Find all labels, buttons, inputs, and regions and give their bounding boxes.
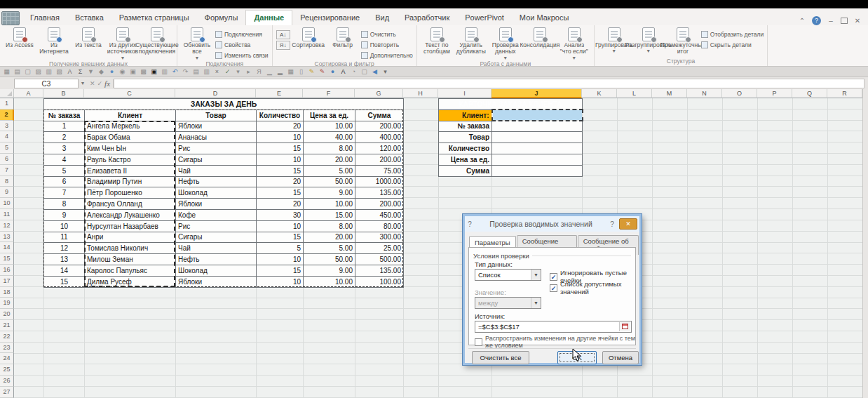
order-cell[interactable]: Рис: [176, 143, 257, 154]
order-cell[interactable]: 8.00: [304, 220, 355, 232]
column-header-D[interactable]: D: [175, 89, 256, 98]
order-cell[interactable]: 5.00: [304, 165, 355, 176]
order-cell[interactable]: Нефть: [176, 176, 257, 187]
checkbox-unchecked-icon[interactable]: [475, 338, 482, 346]
order-cell[interactable]: 3: [44, 143, 85, 154]
print-preview-icon[interactable]: ▥: [45, 67, 53, 77]
order-cell[interactable]: Шоколад: [176, 187, 257, 199]
sort-asc-icon[interactable]: А↓: [276, 30, 290, 39]
order-cell[interactable]: Ангела Меркель: [85, 121, 176, 132]
restore-button[interactable]: [841, 18, 848, 24]
help-icon[interactable]: ?: [812, 16, 821, 25]
ribbon-small-изменить-связи[interactable]: Изменить связи: [215, 51, 269, 60]
order-cell[interactable]: Чай: [176, 165, 257, 176]
row-header-8[interactable]: 8: [0, 176, 14, 187]
close-file-icon[interactable]: ▢: [24, 67, 32, 77]
column-header-R[interactable]: R: [827, 89, 862, 98]
pencil-yellow-icon[interactable]: ✎: [308, 67, 316, 77]
order-cell[interactable]: 10: [44, 220, 85, 232]
column-header-M[interactable]: M: [652, 89, 687, 98]
ribbon-button-текст-по-столбцам[interactable]: Текст по столбцам: [421, 27, 453, 55]
column-header-H[interactable]: H: [403, 89, 438, 98]
order-cell[interactable]: Сигары: [176, 232, 257, 243]
dialog-help-icon2[interactable]: ?: [607, 220, 617, 228]
sphere-icon[interactable]: ●: [329, 67, 337, 77]
order-cell[interactable]: Нурсултан Назарбаев: [85, 220, 176, 232]
order-cell[interactable]: 15: [257, 232, 304, 243]
ribbon-button-группировать[interactable]: Группировать▼: [598, 27, 630, 53]
collapse-ribbon-icon[interactable]: ⌃: [797, 17, 807, 25]
order-cell[interactable]: 120.00: [355, 143, 404, 154]
autosum-icon[interactable]: Σ: [76, 67, 84, 77]
close-button[interactable]: ✕: [853, 17, 862, 25]
row-header-27[interactable]: 27: [0, 387, 14, 398]
column-header-Q[interactable]: Q: [792, 89, 827, 98]
row-header-25[interactable]: 25: [0, 364, 14, 376]
camera-icon[interactable]: ▣: [150, 67, 158, 77]
column-header-B[interactable]: B: [43, 89, 84, 98]
order-cell[interactable]: Каролос Папульяс: [85, 265, 176, 276]
tab-Рецензирование[interactable]: Рецензирование: [292, 11, 367, 25]
ribbon-small-дополнительно[interactable]: Дополнительно: [361, 51, 413, 60]
order-cell[interactable]: 75.00: [355, 165, 404, 176]
ribbon-button-из-других-источников[interactable]: Из других источников▼: [107, 27, 139, 60]
tab-Данные[interactable]: Данные: [245, 10, 292, 25]
row-header-24[interactable]: 24: [0, 353, 14, 364]
tab-Разработчик[interactable]: Разработчик: [397, 11, 457, 25]
column-header-C[interactable]: C: [84, 89, 175, 98]
order-cell[interactable]: 1000.00: [355, 176, 404, 187]
order-cell[interactable]: 20.00: [304, 154, 355, 165]
cancel-entry-icon[interactable]: ✕: [90, 80, 95, 87]
insert-rows-icon[interactable]: ▤: [192, 67, 200, 77]
ribbon-small-повторить[interactable]: Повторить: [361, 40, 413, 50]
order-cell[interactable]: 9: [44, 209, 85, 220]
freeze-icon[interactable]: ▯: [297, 67, 305, 77]
selected-cell-J2[interactable]: [492, 110, 583, 121]
spread-changes-checkbox[interactable]: Распространить изменения на другие ячейк…: [475, 335, 636, 349]
ribbon-small-очистить[interactable]: Очистить: [361, 29, 413, 39]
redo-icon[interactable]: ↷: [182, 67, 189, 77]
column-header-I[interactable]: I: [438, 89, 491, 98]
order-cell[interactable]: 10: [257, 220, 304, 232]
column-header-P[interactable]: P: [757, 89, 792, 98]
sort-small-icon[interactable]: ▼: [87, 67, 95, 77]
order-cell[interactable]: 100.00: [355, 276, 404, 287]
sort-az2-icon[interactable]: Я: [255, 67, 263, 77]
card-field-value[interactable]: [492, 165, 583, 176]
order-cell[interactable]: 11: [44, 232, 85, 243]
checkbox-checked-icon[interactable]: ✓: [550, 273, 557, 281]
ribbon-button-из-интернета[interactable]: Из Интернета: [38, 27, 70, 55]
order-cell[interactable]: 6: [44, 176, 85, 187]
order-cell[interactable]: Яблоки: [176, 276, 257, 287]
column-header-A[interactable]: A: [14, 89, 43, 98]
order-cell[interactable]: Франсуа Олланд: [85, 199, 176, 210]
ribbon-button-существующие-подключения[interactable]: Существующие подключения: [141, 27, 173, 55]
order-cell[interactable]: 10: [257, 276, 304, 287]
insert-cols-icon[interactable]: ▥: [203, 67, 210, 77]
picture-icon[interactable]: ▣: [129, 67, 137, 77]
order-cell[interactable]: 300.00: [355, 232, 404, 243]
tab-Главная[interactable]: Главная: [22, 11, 67, 25]
card-field-value[interactable]: [492, 154, 583, 165]
order-cell[interactable]: 30: [257, 209, 304, 220]
tab-Вид[interactable]: Вид: [367, 11, 397, 25]
order-cell[interactable]: 13: [44, 254, 85, 265]
chart-icon[interactable]: ▁: [266, 67, 273, 77]
order-cell[interactable]: 50.00: [304, 176, 355, 187]
order-cell[interactable]: 9.00: [304, 265, 355, 276]
order-cell[interactable]: 8: [44, 199, 85, 210]
order-cell[interactable]: Кофе: [176, 209, 257, 220]
order-cell[interactable]: Нефть: [176, 254, 257, 265]
order-cell[interactable]: 15: [44, 276, 85, 287]
order-cell[interactable]: 25.00: [355, 243, 404, 254]
row-header-3[interactable]: 3: [0, 121, 14, 132]
row-header-1[interactable]: 1: [0, 98, 14, 110]
order-cell[interactable]: 500.00: [355, 254, 404, 265]
order-cell[interactable]: Елизавета II: [85, 165, 176, 176]
data-type-combobox[interactable]: Список ▼: [475, 269, 541, 281]
order-cell[interactable]: 14: [44, 265, 85, 276]
ribbon-button-промежуточный-итог[interactable]: Промежуточный итог: [667, 27, 699, 55]
order-cell[interactable]: 7: [44, 187, 85, 199]
order-cell[interactable]: 15: [257, 143, 304, 154]
ribbon-small-скрыть-детали[interactable]: Скрыть детали: [701, 40, 764, 50]
